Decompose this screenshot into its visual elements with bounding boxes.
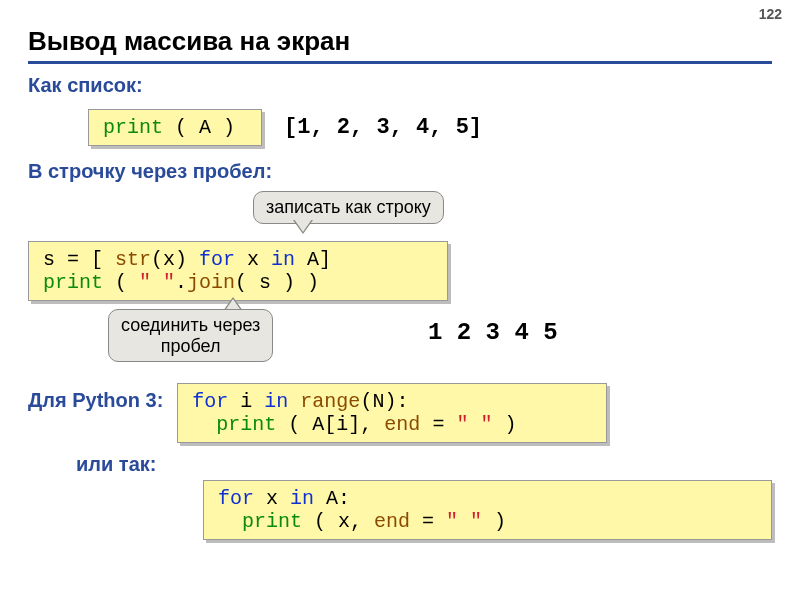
kw-in: in bbox=[290, 487, 314, 510]
code-text: ( A[i], bbox=[276, 413, 384, 436]
page-number: 122 bbox=[759, 6, 782, 22]
code-text: ( bbox=[103, 271, 139, 294]
str-literal: " " bbox=[456, 413, 492, 436]
code-text: = bbox=[420, 413, 456, 436]
code-text: ) bbox=[492, 413, 516, 436]
callout-text-l2: пробел bbox=[161, 336, 221, 356]
label-python3: Для Python 3: bbox=[28, 379, 163, 412]
output-list: [1, 2, 3, 4, 5] bbox=[284, 115, 482, 140]
kw-in: in bbox=[264, 390, 288, 413]
str-literal: " " bbox=[446, 510, 482, 533]
kw-print: print bbox=[216, 413, 276, 436]
callout-as-string: записать как строку bbox=[253, 191, 444, 224]
code-text: = bbox=[410, 510, 446, 533]
callout-text-l1: соединить через bbox=[121, 315, 260, 335]
code-text: (x) bbox=[151, 248, 199, 271]
code-text: i bbox=[228, 390, 264, 413]
code-python3-b: for x in A: print ( x, end = " " ) bbox=[203, 480, 772, 540]
kw-print: print bbox=[242, 510, 302, 533]
code-text bbox=[288, 390, 300, 413]
label-inline: В строчку через пробел: bbox=[28, 160, 772, 183]
output-inline: 1 2 3 4 5 bbox=[428, 319, 558, 346]
code-print-a: print ( A ) bbox=[88, 109, 262, 146]
kw-for: for bbox=[218, 487, 254, 510]
row-python3-a: Для Python 3: for i in range(N): print (… bbox=[28, 379, 772, 447]
str-literal: " " bbox=[139, 271, 175, 294]
code-text bbox=[192, 413, 216, 436]
code-text: x bbox=[235, 248, 271, 271]
row-print-a: print ( A ) [1, 2, 3, 4, 5] bbox=[88, 105, 772, 150]
kw-end: end bbox=[374, 510, 410, 533]
kw-for: for bbox=[199, 248, 235, 271]
code-text: . bbox=[175, 271, 187, 294]
code-join-block: s = [ str(x) for x in A] print ( " ".joi… bbox=[28, 241, 448, 301]
kw-end: end bbox=[384, 413, 420, 436]
code-text: A: bbox=[314, 487, 350, 510]
callout-text: записать как строку bbox=[266, 197, 431, 217]
code-text: A] bbox=[295, 248, 331, 271]
code-python3-a: for i in range(N): print ( A[i], end = "… bbox=[177, 383, 607, 443]
kw-for: for bbox=[192, 390, 228, 413]
code-text: ( A ) bbox=[163, 116, 247, 139]
slide-content: Вывод массива на экран Как список: print… bbox=[0, 0, 800, 540]
code-text: ( x, bbox=[302, 510, 374, 533]
code-text: (N): bbox=[360, 390, 408, 413]
callout-join: соединить через пробел bbox=[108, 309, 273, 362]
kw-join: join bbox=[187, 271, 235, 294]
page-title: Вывод массива на экран bbox=[28, 26, 772, 64]
code-text: x bbox=[254, 487, 290, 510]
label-or: или так: bbox=[76, 453, 772, 476]
kw-range: range bbox=[300, 390, 360, 413]
code-text bbox=[218, 510, 242, 533]
code-text: ( s ) ) bbox=[235, 271, 319, 294]
kw-str: str bbox=[115, 248, 151, 271]
kw-print: print bbox=[103, 116, 163, 139]
label-as-list: Как список: bbox=[28, 74, 772, 97]
kw-in: in bbox=[271, 248, 295, 271]
code-text: s = [ bbox=[43, 248, 115, 271]
code-text: ) bbox=[482, 510, 506, 533]
kw-print: print bbox=[43, 271, 103, 294]
callout-arrow-icon bbox=[293, 220, 313, 234]
